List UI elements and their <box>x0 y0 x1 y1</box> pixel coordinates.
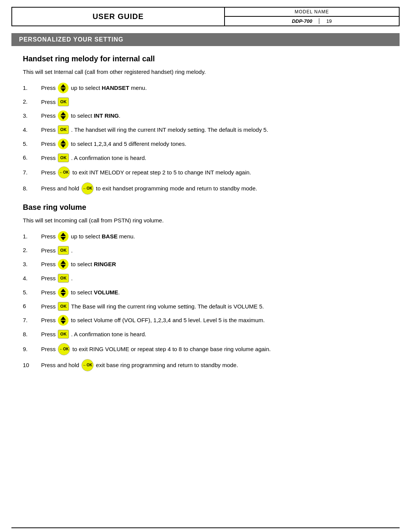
step-num: 9. <box>23 345 41 354</box>
arrow-icon <box>58 139 68 149</box>
handset-section-title: Handset ring melody for internal call <box>23 54 388 63</box>
step-text: to exit INT MELODY or repeat step 2 to 5… <box>72 168 251 177</box>
step-content: Press OK . A confirmation tone is heard. <box>41 329 146 339</box>
handset-step-4: 4. Press OK . The handset will ring the … <box>23 125 388 135</box>
back-button-icon: ←OK <box>58 166 70 179</box>
handset-step-5: 5. Press to select 1,2,3,4 and 5 differe… <box>23 139 388 149</box>
handset-step-1: 1. Press up to select HANDSET menu. <box>23 83 388 93</box>
content-area: Handset ring melody for internal call Th… <box>0 46 411 520</box>
ok-button-icon: OK <box>58 246 69 255</box>
handset-intro: This will set Internal call (call from o… <box>23 68 388 77</box>
back-button-icon: ←OK <box>81 359 94 371</box>
model-value: DDP-700 <box>292 18 312 24</box>
page-number: 19 <box>326 18 331 24</box>
step-content: Press ←OK to exit RING VOLUME or repeat … <box>41 343 271 355</box>
step-num: 8. <box>23 184 41 193</box>
step-text: to select INT RING. <box>71 111 120 121</box>
header-right: MODEL NAME DDP-700 19 <box>225 8 399 26</box>
base-section-title: Base ring volume <box>23 203 388 212</box>
base-step-9: 9. Press ←OK to exit RING VOLUME or repe… <box>23 343 388 355</box>
step-content: Press OK . <box>41 246 73 256</box>
base-step-1: 1. Press up to select BASE menu. <box>23 231 388 242</box>
handset-steps: 1. Press up to select HANDSET menu. 2. P… <box>23 83 388 195</box>
step-content: Press up to select HANDSET menu. <box>41 83 147 93</box>
step-text: . The handset will ring the current INT … <box>71 125 268 135</box>
step-text: Press <box>41 232 56 241</box>
back-button-icon: ←OK <box>81 182 94 195</box>
step-content: Press OK <box>41 97 70 107</box>
handset-step-8: 8. Press and hold ←OK to exit handset pr… <box>23 182 388 195</box>
base-step-10: 10 Press and hold ←OK exit base ring pro… <box>23 359 388 371</box>
ok-button-icon: OK <box>58 153 69 162</box>
step-text: Press <box>41 111 56 121</box>
step-text: Press and hold <box>41 360 79 370</box>
step-text: Press <box>41 288 56 297</box>
base-step-4: 4. Press OK . <box>23 273 388 283</box>
step-content: Press and hold ←OK exit base ring progra… <box>41 359 238 371</box>
ok-button-icon: OK <box>58 330 69 339</box>
step-content: Press OK . The handset will ring the cur… <box>41 125 268 135</box>
step-text: Press <box>41 259 56 269</box>
step-num: 4. <box>23 125 41 134</box>
step-content: Press OK . A confirmation tone is heard. <box>41 153 146 163</box>
ok-button-icon: OK <box>58 97 69 106</box>
step-text: Press <box>41 344 56 354</box>
step-text: Press <box>41 125 56 135</box>
step-text: Press <box>41 273 56 283</box>
section-title: PERSONALIZED YOUR SETTING <box>11 33 400 46</box>
step-num: 7. <box>23 168 41 177</box>
step-text: to exit handset programming mode and ret… <box>96 184 257 193</box>
step-num: 10 <box>23 361 41 370</box>
base-steps: 1. Press up to select BASE menu. 2. Pres… <box>23 231 388 371</box>
user-guide-title: USER GUIDE <box>12 8 225 26</box>
step-num: 1. <box>23 232 41 241</box>
step-text: Press <box>41 83 56 93</box>
step-num: 7. <box>23 316 41 325</box>
handset-step-2: 2. Press OK <box>23 97 388 107</box>
handset-step-7: 7. Press ←OK to exit INT MELODY or repea… <box>23 166 388 179</box>
ok-button-icon: OK <box>58 302 69 311</box>
step-num: 2. <box>23 97 41 106</box>
base-step-7: 7. Press to select Volume off (VOL OFF),… <box>23 315 388 326</box>
step-text: Press <box>41 246 56 256</box>
base-step-3: 3. Press to select RINGER <box>23 259 388 270</box>
step-num: 5. <box>23 139 41 149</box>
footer-line <box>11 527 400 528</box>
step-text: . A confirmation tone is heard. <box>71 153 147 163</box>
step-text: to select 1,2,3,4 and 5 different melody… <box>71 139 186 149</box>
arrow-icon <box>58 259 68 270</box>
step-content: Press and hold ←OK to exit handset progr… <box>41 182 257 195</box>
step-text: The Base will ring the current ring volu… <box>71 302 264 312</box>
ok-button-icon: OK <box>58 125 69 134</box>
arrow-icon <box>58 231 68 242</box>
step-content: Press to select Volume off (VOL OFF), 1,… <box>41 315 265 326</box>
step-text: Press <box>41 168 56 177</box>
step-text: Press <box>41 315 56 325</box>
step-content: Press ←OK to exit INT MELODY or repeat s… <box>41 166 251 179</box>
step-text: Press <box>41 302 56 312</box>
arrow-icon <box>58 83 68 93</box>
base-step-8: 8. Press OK . A confirmation tone is hea… <box>23 329 388 339</box>
step-content: Press to select VOLUME. <box>41 287 120 298</box>
handset-step-3: 3. Press to select INT RING. <box>23 110 388 121</box>
base-step-6: 6 Press OK The Base will ring the curren… <box>23 302 388 312</box>
step-num: 5. <box>23 288 41 297</box>
step-num: 8. <box>23 330 41 339</box>
step-text: Press <box>41 139 56 149</box>
page: USER GUIDE MODEL NAME DDP-700 19 PERSONA… <box>0 0 411 532</box>
arrow-icon <box>58 315 68 326</box>
step-num: 1. <box>23 83 41 93</box>
step-num: 6 <box>23 302 41 311</box>
step-text: to select Volume off (VOL OFF), 1,2,3,4 … <box>71 315 264 325</box>
step-text: to exit RING VOLUME or repeat step 4 to … <box>72 344 271 354</box>
step-text: exit base ring programming and return to… <box>96 360 238 370</box>
step-text: Press <box>41 329 56 339</box>
step-text: . <box>71 246 73 256</box>
step-text: . A confirmation tone is heard. <box>71 329 147 339</box>
step-content: Press OK The Base will ring the current … <box>41 302 264 312</box>
header: USER GUIDE MODEL NAME DDP-700 19 <box>11 7 400 26</box>
step-text: . <box>71 273 73 283</box>
step-num: 2. <box>23 246 41 255</box>
step-content: Press up to select BASE menu. <box>41 231 135 242</box>
step-num: 3. <box>23 260 41 269</box>
